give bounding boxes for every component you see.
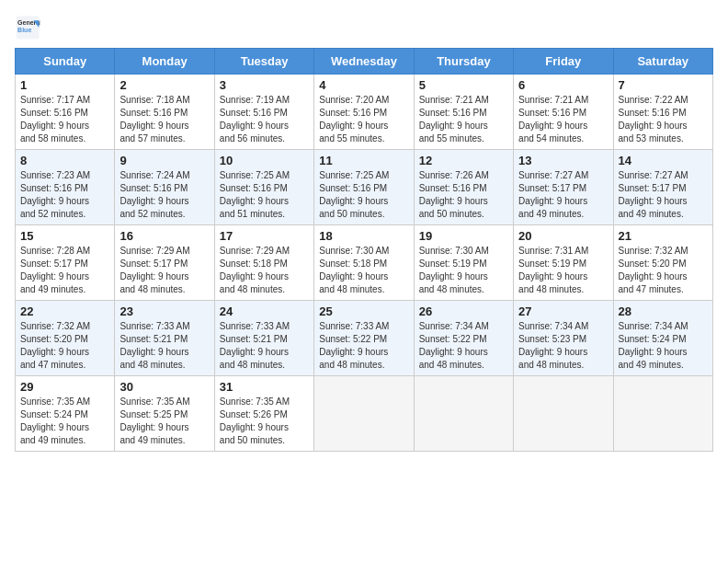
day-info: Sunrise: 7:21 AM Sunset: 5:16 PM Dayligh… — [518, 94, 608, 145]
day-number: 18 — [319, 229, 408, 243]
calendar-table: SundayMondayTuesdayWednesdayThursdayFrid… — [15, 48, 713, 452]
day-info: Sunrise: 7:35 AM Sunset: 5:26 PM Dayligh… — [220, 396, 309, 447]
day-number: 10 — [220, 154, 309, 167]
calendar-day-cell: 6Sunrise: 7:21 AM Sunset: 5:16 PM Daylig… — [514, 75, 613, 150]
day-info: Sunrise: 7:27 AM Sunset: 5:17 PM Dayligh… — [518, 169, 608, 221]
day-number: 23 — [119, 304, 209, 318]
calendar-day-cell: 15Sunrise: 7:28 AM Sunset: 5:17 PM Dayli… — [16, 225, 115, 301]
calendar-day-cell: 5Sunrise: 7:21 AM Sunset: 5:16 PM Daylig… — [414, 75, 513, 150]
day-info: Sunrise: 7:34 AM Sunset: 5:23 PM Dayligh… — [518, 320, 608, 372]
day-info: Sunrise: 7:23 AM Sunset: 5:16 PM Dayligh… — [20, 169, 109, 221]
day-info: Sunrise: 7:35 AM Sunset: 5:24 PM Dayligh… — [20, 396, 109, 447]
day-info: Sunrise: 7:25 AM Sunset: 5:16 PM Dayligh… — [319, 169, 408, 221]
calendar-day-cell: 23Sunrise: 7:33 AM Sunset: 5:21 PM Dayli… — [115, 301, 214, 376]
calendar-day-cell — [613, 376, 712, 452]
day-info: Sunrise: 7:26 AM Sunset: 5:16 PM Dayligh… — [419, 169, 508, 221]
day-number: 6 — [518, 78, 608, 92]
calendar-day-cell: 1Sunrise: 7:17 AM Sunset: 5:16 PM Daylig… — [16, 75, 115, 150]
day-info: Sunrise: 7:34 AM Sunset: 5:24 PM Dayligh… — [619, 320, 708, 372]
day-number: 4 — [319, 78, 408, 92]
calendar-day-cell: 13Sunrise: 7:27 AM Sunset: 5:17 PM Dayli… — [514, 150, 613, 225]
day-number: 1 — [20, 78, 109, 92]
calendar-day-cell: 19Sunrise: 7:30 AM Sunset: 5:19 PM Dayli… — [414, 225, 513, 301]
weekday-header-sunday: Sunday — [16, 49, 115, 75]
day-info: Sunrise: 7:33 AM Sunset: 5:21 PM Dayligh… — [119, 320, 209, 372]
day-number: 12 — [419, 154, 508, 167]
day-info: Sunrise: 7:22 AM Sunset: 5:16 PM Dayligh… — [619, 94, 708, 145]
weekday-header-friday: Friday — [514, 49, 613, 75]
day-info: Sunrise: 7:32 AM Sunset: 5:20 PM Dayligh… — [619, 245, 708, 296]
day-info: Sunrise: 7:21 AM Sunset: 5:16 PM Dayligh… — [419, 94, 508, 145]
day-number: 22 — [20, 304, 109, 318]
calendar-week-row: 8Sunrise: 7:23 AM Sunset: 5:16 PM Daylig… — [16, 150, 713, 225]
calendar-week-row: 22Sunrise: 7:32 AM Sunset: 5:20 PM Dayli… — [16, 301, 713, 376]
calendar-day-cell: 9Sunrise: 7:24 AM Sunset: 5:16 PM Daylig… — [115, 150, 214, 225]
day-number: 14 — [619, 154, 708, 167]
calendar-day-cell: 29Sunrise: 7:35 AM Sunset: 5:24 PM Dayli… — [16, 376, 115, 452]
calendar-day-cell: 2Sunrise: 7:18 AM Sunset: 5:16 PM Daylig… — [115, 75, 214, 150]
calendar-day-cell: 27Sunrise: 7:34 AM Sunset: 5:23 PM Dayli… — [514, 301, 613, 376]
logo: General Blue — [15, 15, 44, 40]
day-info: Sunrise: 7:33 AM Sunset: 5:21 PM Dayligh… — [220, 320, 309, 372]
day-info: Sunrise: 7:24 AM Sunset: 5:16 PM Dayligh… — [119, 169, 209, 221]
day-number: 25 — [319, 304, 408, 318]
calendar-day-cell: 12Sunrise: 7:26 AM Sunset: 5:16 PM Dayli… — [414, 150, 513, 225]
calendar-week-row: 1Sunrise: 7:17 AM Sunset: 5:16 PM Daylig… — [16, 75, 713, 150]
day-number: 17 — [220, 229, 309, 243]
day-number: 11 — [319, 154, 408, 167]
calendar-day-cell: 30Sunrise: 7:35 AM Sunset: 5:25 PM Dayli… — [115, 376, 214, 452]
day-info: Sunrise: 7:29 AM Sunset: 5:18 PM Dayligh… — [220, 245, 309, 296]
calendar-day-cell: 10Sunrise: 7:25 AM Sunset: 5:16 PM Dayli… — [214, 150, 313, 225]
day-number: 26 — [419, 304, 508, 318]
calendar-week-row: 15Sunrise: 7:28 AM Sunset: 5:17 PM Dayli… — [16, 225, 713, 301]
day-info: Sunrise: 7:34 AM Sunset: 5:22 PM Dayligh… — [419, 320, 508, 372]
day-number: 16 — [119, 229, 209, 243]
calendar-day-cell: 11Sunrise: 7:25 AM Sunset: 5:16 PM Dayli… — [314, 150, 414, 225]
weekday-header-saturday: Saturday — [613, 49, 712, 75]
day-info: Sunrise: 7:20 AM Sunset: 5:16 PM Dayligh… — [319, 94, 408, 145]
day-info: Sunrise: 7:31 AM Sunset: 5:19 PM Dayligh… — [518, 245, 608, 296]
svg-text:Blue: Blue — [17, 27, 31, 33]
calendar-day-cell: 3Sunrise: 7:19 AM Sunset: 5:16 PM Daylig… — [214, 75, 313, 150]
weekday-header-monday: Monday — [115, 49, 214, 75]
day-number: 2 — [119, 78, 209, 92]
calendar-day-cell: 24Sunrise: 7:33 AM Sunset: 5:21 PM Dayli… — [214, 301, 313, 376]
day-number: 24 — [220, 304, 309, 318]
day-info: Sunrise: 7:17 AM Sunset: 5:16 PM Dayligh… — [20, 94, 109, 145]
day-number: 3 — [220, 78, 309, 92]
calendar-day-cell — [514, 376, 613, 452]
calendar-day-cell: 18Sunrise: 7:30 AM Sunset: 5:18 PM Dayli… — [314, 225, 414, 301]
day-number: 13 — [518, 154, 608, 167]
day-info: Sunrise: 7:19 AM Sunset: 5:16 PM Dayligh… — [220, 94, 309, 145]
weekday-header-thursday: Thursday — [414, 49, 513, 75]
day-number: 19 — [419, 229, 508, 243]
day-info: Sunrise: 7:18 AM Sunset: 5:16 PM Dayligh… — [119, 94, 209, 145]
weekday-header-tuesday: Tuesday — [214, 49, 313, 75]
calendar-day-cell: 28Sunrise: 7:34 AM Sunset: 5:24 PM Dayli… — [613, 301, 712, 376]
header: General Blue — [15, 15, 713, 40]
day-number: 21 — [619, 229, 708, 243]
calendar-day-cell: 16Sunrise: 7:29 AM Sunset: 5:17 PM Dayli… — [115, 225, 214, 301]
weekday-header-row: SundayMondayTuesdayWednesdayThursdayFrid… — [16, 49, 713, 75]
day-number: 8 — [20, 154, 109, 167]
day-number: 30 — [119, 380, 209, 394]
weekday-header-wednesday: Wednesday — [314, 49, 414, 75]
day-info: Sunrise: 7:27 AM Sunset: 5:17 PM Dayligh… — [619, 169, 708, 221]
calendar-day-cell: 14Sunrise: 7:27 AM Sunset: 5:17 PM Dayli… — [613, 150, 712, 225]
day-info: Sunrise: 7:33 AM Sunset: 5:22 PM Dayligh… — [319, 320, 408, 372]
day-number: 28 — [619, 304, 708, 318]
calendar-day-cell: 25Sunrise: 7:33 AM Sunset: 5:22 PM Dayli… — [314, 301, 414, 376]
day-number: 31 — [220, 380, 309, 394]
day-number: 5 — [419, 78, 508, 92]
day-info: Sunrise: 7:35 AM Sunset: 5:25 PM Dayligh… — [119, 396, 209, 447]
logo-icon: General Blue — [15, 15, 40, 40]
day-info: Sunrise: 7:32 AM Sunset: 5:20 PM Dayligh… — [20, 320, 109, 372]
day-info: Sunrise: 7:30 AM Sunset: 5:19 PM Dayligh… — [419, 245, 508, 296]
calendar-day-cell — [414, 376, 513, 452]
day-info: Sunrise: 7:29 AM Sunset: 5:17 PM Dayligh… — [119, 245, 209, 296]
day-info: Sunrise: 7:25 AM Sunset: 5:16 PM Dayligh… — [220, 169, 309, 221]
calendar-day-cell: 17Sunrise: 7:29 AM Sunset: 5:18 PM Dayli… — [214, 225, 313, 301]
calendar-day-cell: 21Sunrise: 7:32 AM Sunset: 5:20 PM Dayli… — [613, 225, 712, 301]
day-number: 27 — [518, 304, 608, 318]
calendar-day-cell: 22Sunrise: 7:32 AM Sunset: 5:20 PM Dayli… — [16, 301, 115, 376]
